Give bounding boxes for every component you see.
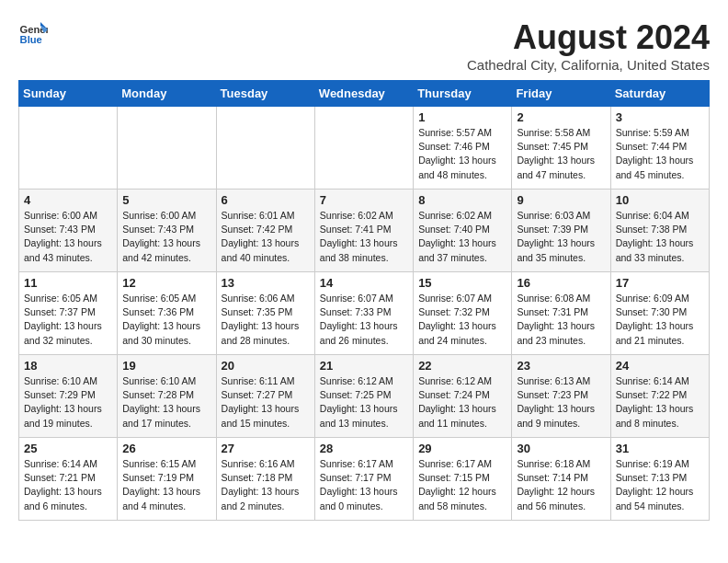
day-info: Sunrise: 6:18 AM Sunset: 7:14 PM Dayligh… <box>517 457 605 513</box>
day-info: Sunrise: 6:14 AM Sunset: 7:21 PM Dayligh… <box>24 457 112 513</box>
day-number: 18 <box>24 359 112 373</box>
day-info: Sunrise: 6:19 AM Sunset: 7:13 PM Dayligh… <box>616 457 704 513</box>
table-row: 3Sunrise: 5:59 AM Sunset: 7:44 PM Daylig… <box>610 107 709 190</box>
table-row: 7Sunrise: 6:02 AM Sunset: 7:41 PM Daylig… <box>314 190 413 272</box>
calendar-week-row: 11Sunrise: 6:05 AM Sunset: 7:37 PM Dayli… <box>19 272 710 355</box>
day-number: 24 <box>616 359 704 373</box>
day-number: 23 <box>517 359 605 373</box>
day-info: Sunrise: 6:03 AM Sunset: 7:39 PM Dayligh… <box>517 209 605 265</box>
svg-text:Blue: Blue <box>20 34 42 45</box>
table-row: 16Sunrise: 6:08 AM Sunset: 7:31 PM Dayli… <box>512 272 610 355</box>
day-number: 17 <box>616 276 704 290</box>
day-info: Sunrise: 6:09 AM Sunset: 7:30 PM Dayligh… <box>616 292 704 348</box>
day-info: Sunrise: 6:11 AM Sunset: 7:27 PM Dayligh… <box>222 374 310 431</box>
day-info: Sunrise: 5:59 AM Sunset: 7:44 PM Dayligh… <box>616 126 704 182</box>
day-info: Sunrise: 6:05 AM Sunset: 7:37 PM Dayligh… <box>24 292 112 348</box>
table-row: 18Sunrise: 6:10 AM Sunset: 7:29 PM Dayli… <box>19 355 118 438</box>
day-number: 31 <box>616 442 704 455</box>
calendar-week-row: 4Sunrise: 6:00 AM Sunset: 7:43 PM Daylig… <box>19 190 710 272</box>
day-number: 5 <box>122 193 210 207</box>
table-row: 5Sunrise: 6:00 AM Sunset: 7:43 PM Daylig… <box>118 190 216 272</box>
table-row: 8Sunrise: 6:02 AM Sunset: 7:40 PM Daylig… <box>414 190 512 272</box>
table-row: 6Sunrise: 6:01 AM Sunset: 7:42 PM Daylig… <box>216 190 314 272</box>
table-row: 23Sunrise: 6:13 AM Sunset: 7:23 PM Dayli… <box>512 355 610 438</box>
table-row: 10Sunrise: 6:04 AM Sunset: 7:38 PM Dayli… <box>610 190 709 272</box>
table-row: 15Sunrise: 6:07 AM Sunset: 7:32 PM Dayli… <box>414 272 512 355</box>
header-friday: Friday <box>512 81 610 107</box>
day-info: Sunrise: 6:10 AM Sunset: 7:28 PM Dayligh… <box>122 374 210 431</box>
logo: General Blue <box>18 18 48 48</box>
day-number: 30 <box>517 442 605 455</box>
table-row: 21Sunrise: 6:12 AM Sunset: 7:25 PM Dayli… <box>314 355 413 438</box>
day-number: 22 <box>418 359 506 373</box>
day-info: Sunrise: 6:01 AM Sunset: 7:42 PM Dayligh… <box>222 209 310 265</box>
table-row: 25Sunrise: 6:14 AM Sunset: 7:21 PM Dayli… <box>19 438 118 521</box>
day-number: 25 <box>24 442 112 455</box>
day-info: Sunrise: 6:05 AM Sunset: 7:36 PM Dayligh… <box>122 292 210 348</box>
day-info: Sunrise: 6:16 AM Sunset: 7:18 PM Dayligh… <box>222 457 310 513</box>
table-row <box>19 107 118 190</box>
day-info: Sunrise: 6:02 AM Sunset: 7:40 PM Dayligh… <box>418 209 506 265</box>
day-info: Sunrise: 5:57 AM Sunset: 7:46 PM Dayligh… <box>418 126 506 182</box>
location-subtitle: Cathedral City, California, United State… <box>467 57 710 73</box>
table-row: 12Sunrise: 6:05 AM Sunset: 7:36 PM Dayli… <box>118 272 216 355</box>
day-info: Sunrise: 6:08 AM Sunset: 7:31 PM Dayligh… <box>517 292 605 348</box>
day-number: 26 <box>122 442 210 455</box>
table-row: 28Sunrise: 6:17 AM Sunset: 7:17 PM Dayli… <box>314 438 413 521</box>
table-row: 24Sunrise: 6:14 AM Sunset: 7:22 PM Dayli… <box>610 355 709 438</box>
day-number: 15 <box>418 276 506 290</box>
table-row: 27Sunrise: 6:16 AM Sunset: 7:18 PM Dayli… <box>216 438 314 521</box>
day-info: Sunrise: 6:13 AM Sunset: 7:23 PM Dayligh… <box>517 374 605 431</box>
header-sunday: Sunday <box>19 81 118 107</box>
table-row: 13Sunrise: 6:06 AM Sunset: 7:35 PM Dayli… <box>216 272 314 355</box>
day-number: 8 <box>418 193 506 207</box>
day-info: Sunrise: 6:04 AM Sunset: 7:38 PM Dayligh… <box>616 209 704 265</box>
header-thursday: Thursday <box>414 81 512 107</box>
day-number: 7 <box>320 193 408 207</box>
month-year-title: August 2024 <box>467 18 710 57</box>
table-row <box>216 107 314 190</box>
table-row: 4Sunrise: 6:00 AM Sunset: 7:43 PM Daylig… <box>19 190 118 272</box>
day-number: 10 <box>616 193 704 207</box>
day-info: Sunrise: 5:58 AM Sunset: 7:45 PM Dayligh… <box>517 126 605 182</box>
calendar-week-row: 25Sunrise: 6:14 AM Sunset: 7:21 PM Dayli… <box>19 438 710 521</box>
table-row: 19Sunrise: 6:10 AM Sunset: 7:28 PM Dayli… <box>118 355 216 438</box>
table-row: 14Sunrise: 6:07 AM Sunset: 7:33 PM Dayli… <box>314 272 413 355</box>
day-number: 11 <box>24 276 112 290</box>
table-row: 29Sunrise: 6:17 AM Sunset: 7:15 PM Dayli… <box>414 438 512 521</box>
day-number: 27 <box>222 442 310 455</box>
page-header: General Blue August 2024 Cathedral City,… <box>18 18 710 73</box>
day-number: 19 <box>122 359 210 373</box>
day-info: Sunrise: 6:02 AM Sunset: 7:41 PM Dayligh… <box>320 209 408 265</box>
day-number: 13 <box>222 276 310 290</box>
logo-icon: General Blue <box>18 18 48 48</box>
day-number: 1 <box>418 110 506 124</box>
day-info: Sunrise: 6:12 AM Sunset: 7:24 PM Dayligh… <box>418 374 506 431</box>
day-number: 2 <box>517 110 605 124</box>
calendar-table: Sunday Monday Tuesday Wednesday Thursday… <box>18 80 710 521</box>
header-monday: Monday <box>118 81 216 107</box>
day-info: Sunrise: 6:00 AM Sunset: 7:43 PM Dayligh… <box>122 209 210 265</box>
day-info: Sunrise: 6:17 AM Sunset: 7:17 PM Dayligh… <box>320 457 408 513</box>
calendar-header-row: Sunday Monday Tuesday Wednesday Thursday… <box>19 81 710 107</box>
day-info: Sunrise: 6:07 AM Sunset: 7:32 PM Dayligh… <box>418 292 506 348</box>
table-row: 9Sunrise: 6:03 AM Sunset: 7:39 PM Daylig… <box>512 190 610 272</box>
table-row: 17Sunrise: 6:09 AM Sunset: 7:30 PM Dayli… <box>610 272 709 355</box>
day-info: Sunrise: 6:15 AM Sunset: 7:19 PM Dayligh… <box>122 457 210 513</box>
table-row: 26Sunrise: 6:15 AM Sunset: 7:19 PM Dayli… <box>118 438 216 521</box>
day-info: Sunrise: 6:06 AM Sunset: 7:35 PM Dayligh… <box>222 292 310 348</box>
header-saturday: Saturday <box>610 81 709 107</box>
day-info: Sunrise: 6:00 AM Sunset: 7:43 PM Dayligh… <box>24 209 112 265</box>
day-info: Sunrise: 6:17 AM Sunset: 7:15 PM Dayligh… <box>418 457 506 513</box>
title-block: August 2024 Cathedral City, California, … <box>467 18 710 73</box>
table-row: 2Sunrise: 5:58 AM Sunset: 7:45 PM Daylig… <box>512 107 610 190</box>
day-info: Sunrise: 6:12 AM Sunset: 7:25 PM Dayligh… <box>320 374 408 431</box>
table-row: 1Sunrise: 5:57 AM Sunset: 7:46 PM Daylig… <box>414 107 512 190</box>
day-number: 6 <box>222 193 310 207</box>
day-number: 3 <box>616 110 704 124</box>
day-number: 20 <box>222 359 310 373</box>
day-number: 29 <box>418 442 506 455</box>
header-tuesday: Tuesday <box>216 81 314 107</box>
day-number: 4 <box>24 193 112 207</box>
table-row: 20Sunrise: 6:11 AM Sunset: 7:27 PM Dayli… <box>216 355 314 438</box>
